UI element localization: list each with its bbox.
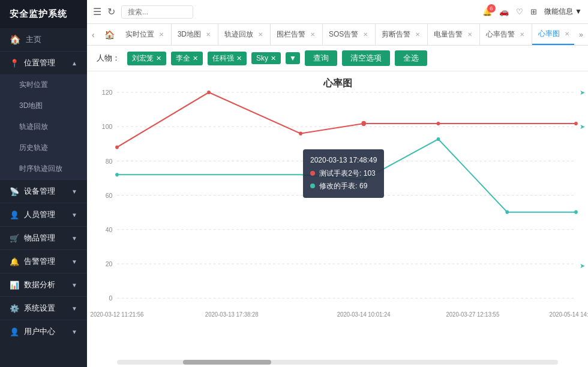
heart-rate-chart: 120 100 80 60 40 20 0 ➤ ➤ ➤ (117, 92, 576, 342)
chart-scrollbar[interactable] (117, 360, 558, 365)
clear-button[interactable]: 清空选项 (342, 50, 390, 66)
tab-heartrate-alarm-close[interactable]: ✕ (518, 31, 526, 38)
sidebar-section-goods-header[interactable]: 🛒 物品管理 ▼ (0, 227, 87, 249)
svg-point-26 (505, 210, 509, 214)
tab-power-label: 电量告警 (434, 29, 463, 40)
person-tag-2-close[interactable]: ✕ (236, 55, 242, 62)
chevron-down-icon5: ▼ (71, 282, 77, 288)
chevron-down-icon: ▼ (71, 188, 77, 195)
tab-fence-close[interactable]: ✕ (309, 31, 316, 38)
svg-point-18 (207, 91, 211, 94)
sidebar-section-data-header[interactable]: 📊 数据分析 ▼ (0, 273, 87, 296)
goods-icon: 🛒 (10, 234, 19, 243)
sidebar-section-person-header[interactable]: 👤 人员管理 ▼ (0, 203, 87, 226)
sidebar-item-track-replay[interactable]: 轨迹回放 (0, 116, 87, 137)
person-tag-3-close[interactable]: ✕ (271, 55, 276, 62)
alarm-icon: 🔔 (10, 257, 19, 266)
sidebar-section-location: 📍 位置管理 ▲ 实时位置 3D地图 轨迹回放 历史轨迹 时序轨迹回放 (0, 51, 87, 179)
tab-heartrate-chart-close[interactable]: ✕ (563, 30, 571, 38)
svg-text:2020-03-27 12:13:55: 2020-03-27 12:13:55 (446, 311, 499, 318)
tab-nav-home[interactable]: 🏠 (100, 24, 119, 45)
person-tag-0-label: 刘宏笼 (132, 53, 154, 64)
svg-text:2020-05-14 14:52:35: 2020-05-14 14:52:35 (550, 311, 588, 318)
person-tag-2: 任科强 ✕ (208, 52, 247, 65)
sidebar-item-history[interactable]: 历史轨迹 (0, 137, 87, 158)
tab-power[interactable]: 电量告警 ✕ (428, 24, 480, 45)
svg-point-17 (115, 145, 119, 149)
settings-icon: ⚙️ (10, 304, 19, 313)
svg-text:80: 80 (106, 157, 113, 164)
svg-text:100: 100 (102, 123, 113, 130)
svg-text:40: 40 (106, 226, 113, 233)
all-button[interactable]: 全选 (395, 50, 427, 66)
sidebar-item-seq-replay[interactable]: 时序轨迹回放 (0, 158, 87, 179)
tab-more[interactable]: » (574, 30, 588, 39)
heart-icon[interactable]: ♡ (516, 7, 523, 16)
svg-text:2020-03-13 17:38:28: 2020-03-13 17:38:28 (205, 311, 259, 318)
sidebar-section-settings-header[interactable]: ⚙️ 系统设置 ▼ (0, 297, 87, 320)
sidebar-section-device: 📡 设备管理 ▼ (0, 179, 87, 203)
tab-fence[interactable]: 围栏告警 ✕ (271, 24, 323, 45)
tab-realtime[interactable]: 实时位置 ✕ (119, 24, 172, 45)
tab-track-close[interactable]: ✕ (257, 31, 264, 38)
sidebar-section-location-header[interactable]: 📍 位置管理 ▲ (0, 52, 87, 74)
sidebar-item-realtime[interactable]: 实时位置 (0, 74, 87, 95)
user-menu[interactable]: 微能信息 ▼ (544, 7, 582, 17)
tab-track-label: 轨迹回放 (224, 29, 253, 40)
tab-cut-close[interactable]: ✕ (414, 31, 421, 38)
notification-bell[interactable]: 🔔6 (482, 7, 492, 16)
filter-label: 人物： (97, 53, 120, 64)
tab-realtime-close[interactable]: ✕ (158, 31, 165, 38)
person-tag-3-label: Sky (256, 54, 268, 62)
svg-text:➤: ➤ (580, 262, 585, 269)
sidebar-section-goods: 🛒 物品管理 ▼ (0, 226, 87, 249)
tab-sos-close[interactable]: ✕ (362, 31, 369, 38)
car-icon[interactable]: 🚗 (499, 7, 509, 16)
chevron-down-icon2: ▼ (71, 212, 77, 218)
tab-3dmap-close[interactable]: ✕ (205, 31, 212, 38)
sidebar-section-user-header[interactable]: 👤 用户中心 ▼ (0, 320, 87, 343)
device-icon: 📡 (10, 187, 19, 196)
tab-sos-label: SOS告警 (329, 29, 358, 40)
tab-3dmap-label: 3D地图 (178, 29, 201, 40)
chevron-down-icon4: ▼ (71, 258, 77, 265)
chevron-down-icon7: ▼ (71, 329, 77, 335)
svg-text:2020-03-12 11:21:56: 2020-03-12 11:21:56 (91, 311, 144, 318)
sidebar-section-settings: ⚙️ 系统设置 ▼ (0, 296, 87, 320)
tab-heartrate-chart[interactable]: 心率图 ✕ (532, 24, 574, 45)
sidebar-item-home[interactable]: 🏠 主页 (0, 28, 87, 51)
tag-dropdown[interactable]: ▼ (286, 52, 300, 64)
sidebar-section-alarm-header[interactable]: 🔔 告警管理 ▼ (0, 250, 87, 273)
tab-sos[interactable]: SOS告警 ✕ (323, 24, 376, 45)
person-tag-1-close[interactable]: ✕ (193, 55, 198, 62)
sidebar-section-device-header[interactable]: 📡 设备管理 ▼ (0, 180, 87, 203)
tab-heartrate-alarm[interactable]: 心率告警 ✕ (480, 24, 532, 45)
tab-nav-left[interactable]: ‹ (87, 24, 100, 45)
svg-text:0: 0 (109, 294, 113, 302)
app-logo: 安全监护系统 (0, 0, 87, 28)
tab-heartrate-chart-label: 心率图 (538, 29, 560, 39)
person-tag-0-close[interactable]: ✕ (156, 55, 161, 62)
sidebar-section-person: 👤 人员管理 ▼ (0, 203, 87, 226)
chevron-up-icon: ▲ (71, 60, 77, 67)
grid-icon[interactable]: ⊞ (530, 7, 537, 16)
tab-cut-label: 剪断告警 (382, 29, 410, 40)
menu-icon[interactable]: ☰ (93, 6, 101, 17)
tab-track[interactable]: 轨迹回放 ✕ (218, 24, 271, 45)
tab-cut[interactable]: 剪断告警 ✕ (376, 24, 428, 45)
home-icon: 🏠 (10, 34, 21, 45)
chart-title: 心率图 (87, 71, 588, 92)
query-button[interactable]: 查询 (305, 50, 337, 66)
search-input[interactable] (121, 5, 193, 19)
chart-scrollbar-thumb[interactable] (183, 360, 271, 365)
tab-realtime-label: 实时位置 (125, 29, 154, 40)
refresh-icon[interactable]: ↻ (107, 6, 115, 17)
filter-bar: 人物： 刘宏笼 ✕ 李全 ✕ 任科强 ✕ Sky ✕ ▼ 查询 清空选项 全选 (87, 46, 588, 71)
tab-power-close[interactable]: ✕ (466, 31, 473, 38)
top-bar-right: 🔔6 🚗 ♡ ⊞ 微能信息 ▼ (482, 7, 582, 17)
sidebar: 安全监护系统 🏠 主页 📍 位置管理 ▲ 实时位置 3D地图 轨迹回放 历史轨迹… (0, 0, 87, 367)
svg-point-25 (437, 137, 440, 141)
location-icon: 📍 (10, 59, 19, 68)
tab-3dmap[interactable]: 3D地图 ✕ (172, 24, 218, 45)
sidebar-item-3dmap[interactable]: 3D地图 (0, 95, 87, 116)
